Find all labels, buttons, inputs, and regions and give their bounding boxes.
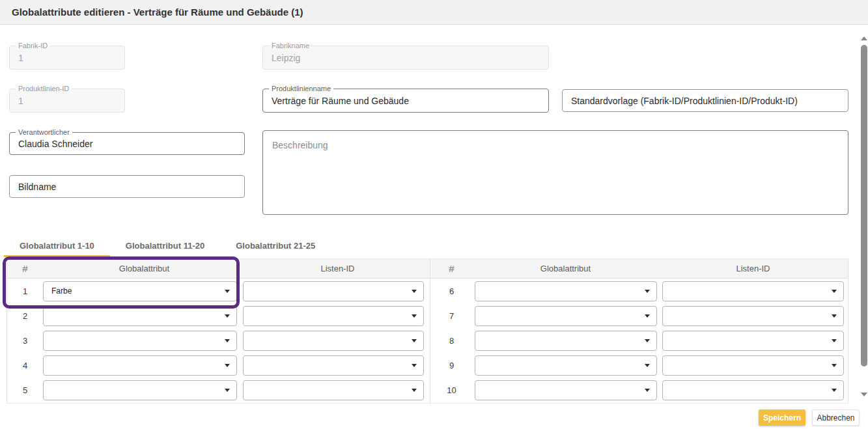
tab-globalattribut-21-25[interactable]: Globalattribut 21-25 [220, 236, 331, 257]
listen-id-select[interactable] [662, 281, 844, 301]
globalattribut-select[interactable] [43, 380, 237, 400]
beschreibung-placeholder: Beschreibung [272, 140, 328, 150]
row-number: 1 [7, 286, 43, 296]
chevron-down-icon [412, 339, 417, 342]
column-header-globalattribut: Globalattribut [473, 264, 658, 273]
chevron-down-icon [225, 290, 230, 293]
row-number: 2 [7, 311, 43, 321]
chevron-down-icon [645, 339, 650, 342]
column-header-number: # [430, 263, 473, 274]
table-row: 2 [7, 303, 430, 328]
row-number: 10 [430, 385, 473, 395]
chevron-down-icon [832, 339, 837, 342]
globalattribut-select[interactable] [475, 380, 657, 400]
row-number: 5 [7, 385, 43, 395]
table-row: 1 Farbe [7, 279, 430, 303]
table-row: 8 [430, 328, 848, 353]
chevron-down-icon [412, 389, 417, 392]
scroll-down-icon[interactable] [861, 393, 867, 396]
chevron-down-icon [225, 389, 230, 392]
column-header-globalattribut: Globalattribut [43, 264, 245, 273]
bildname-input[interactable]: Bildname [9, 175, 245, 198]
produktlinienname-input[interactable]: Produktlinienname Verträge für Räume und… [262, 89, 549, 113]
globalattribut-select[interactable]: Farbe [43, 281, 237, 301]
chevron-down-icon [412, 290, 417, 293]
tab-globalattribut-1-10[interactable]: Globalattribut 1-10 [4, 236, 110, 257]
chevron-down-icon [832, 364, 837, 367]
chevron-down-icon [832, 314, 837, 318]
table-row: 6 [430, 279, 848, 303]
listen-id-select[interactable] [662, 355, 844, 376]
selected-value: Farbe [44, 282, 236, 301]
table-header: # Globalattribut Listen-ID [430, 259, 848, 279]
globalattribut-select[interactable] [475, 306, 657, 326]
globalattribut-tabs: Globalattribut 1-10 Globalattribut 11-20… [4, 236, 331, 257]
globalattribut-select[interactable] [475, 331, 657, 351]
fabrik-id-value: 1 [18, 53, 23, 63]
standardvorlage-placeholder: Standardvorlage (Fabrik-ID/Produktlinien… [571, 96, 798, 106]
table-row: 5 [7, 378, 430, 402]
fabrik-id-field: Fabrik-ID 1 [9, 46, 125, 70]
produktlinienname-value: Verträge für Räume und Gebäude [272, 96, 409, 106]
bildname-placeholder: Bildname [18, 182, 56, 192]
row-number: 3 [7, 336, 43, 346]
globalattribut-select[interactable] [475, 355, 657, 376]
chevron-down-icon [645, 290, 650, 293]
scroll-up-icon[interactable] [861, 36, 867, 40]
verantwortlicher-value: Claudia Schneider [18, 139, 92, 149]
globalattribut-select[interactable] [43, 331, 237, 351]
cancel-button[interactable]: Abbrechen [812, 409, 860, 426]
column-header-listen-id: Listen-ID [245, 264, 430, 273]
chevron-down-icon [645, 389, 650, 392]
produktlinien-id-value: 1 [18, 96, 23, 106]
scrollbar-thumb[interactable] [861, 45, 867, 367]
globalattribut-table-left: # Globalattribut Listen-ID 1 Farbe 2 3 [7, 258, 430, 404]
fabrikname-field: Fabrikname Leipzig [262, 46, 549, 70]
row-number: 9 [430, 361, 473, 370]
fabrikname-label: Fabrikname [269, 42, 312, 50]
row-number: 7 [430, 311, 473, 321]
beschreibung-textarea[interactable]: Beschreibung [262, 130, 848, 215]
listen-id-select[interactable] [662, 331, 844, 351]
fabrikname-value: Leipzig [272, 53, 300, 63]
tab-globalattribut-11-20[interactable]: Globalattribut 11-20 [110, 236, 220, 257]
listen-id-select[interactable] [662, 306, 844, 326]
globalattribut-select[interactable] [475, 281, 657, 301]
chevron-down-icon [412, 314, 417, 318]
page-title: Globalattribute editieren - Verträge für… [0, 7, 303, 18]
column-header-number: # [7, 263, 43, 274]
column-header-listen-id: Listen-ID [658, 264, 848, 273]
chevron-down-icon [645, 314, 650, 318]
chevron-down-icon [645, 364, 650, 367]
chevron-down-icon [412, 364, 417, 367]
row-number: 4 [7, 361, 43, 370]
listen-id-select[interactable] [243, 281, 424, 301]
table-row: 4 [7, 353, 430, 378]
chevron-down-icon [832, 389, 837, 392]
globalattribut-select[interactable] [43, 355, 237, 376]
produktlinien-id-label: Produktlinien-ID [16, 85, 72, 93]
listen-id-select[interactable] [243, 306, 424, 326]
listen-id-select[interactable] [243, 355, 424, 376]
listen-id-select[interactable] [243, 380, 424, 400]
fabrik-id-label: Fabrik-ID [16, 42, 50, 50]
listen-id-select[interactable] [243, 331, 424, 351]
scrollbar[interactable] [860, 33, 868, 400]
table-row: 9 [430, 353, 848, 378]
save-button[interactable]: Speichern [759, 409, 805, 426]
verantwortlicher-input[interactable]: Verantwortlicher Claudia Schneider [9, 132, 245, 155]
table-header: # Globalattribut Listen-ID [7, 259, 430, 279]
row-number: 6 [430, 286, 473, 296]
table-row: 3 [7, 328, 430, 353]
verantwortlicher-label: Verantwortlicher [16, 128, 72, 137]
produktlinien-id-field: Produktlinien-ID 1 [9, 89, 125, 113]
listen-id-select[interactable] [662, 380, 844, 400]
standardvorlage-input[interactable]: Standardvorlage (Fabrik-ID/Produktlinien… [562, 89, 848, 112]
chevron-down-icon [832, 290, 837, 293]
chevron-down-icon [225, 364, 230, 367]
produktlinienname-label: Produktlinienname [269, 85, 333, 93]
globalattribut-select[interactable] [43, 306, 237, 326]
globalattribut-table-right: # Globalattribut Listen-ID 6 7 8 [430, 258, 848, 404]
row-number: 8 [430, 336, 473, 346]
chevron-down-icon [225, 314, 230, 318]
